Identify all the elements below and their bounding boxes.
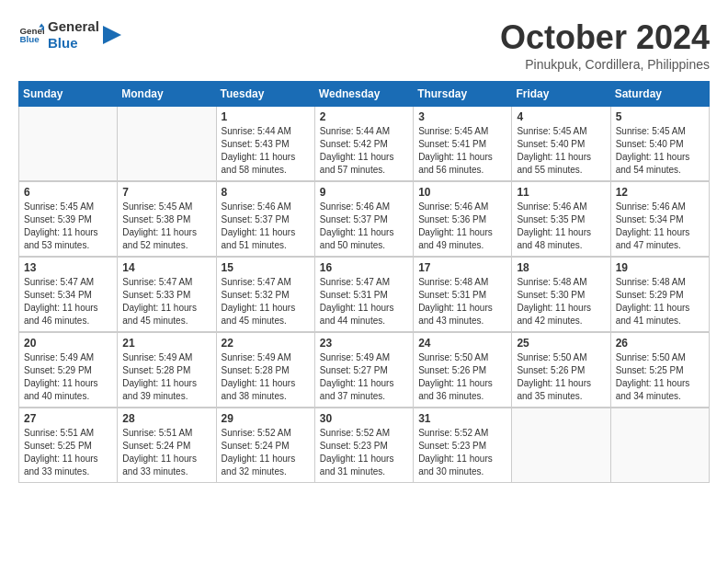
day-info: Sunrise: 5:49 AM Sunset: 5:27 PM Dayligh… <box>320 351 408 403</box>
calendar-cell: 25Sunrise: 5:50 AM Sunset: 5:26 PM Dayli… <box>512 332 610 408</box>
day-info: Sunrise: 5:45 AM Sunset: 5:40 PM Dayligh… <box>517 125 605 177</box>
calendar-cell: 26Sunrise: 5:50 AM Sunset: 5:25 PM Dayli… <box>610 332 709 408</box>
day-number: 7 <box>122 186 210 199</box>
logo-arrow-icon <box>103 26 121 44</box>
calendar-cell: 20Sunrise: 5:49 AM Sunset: 5:29 PM Dayli… <box>19 332 118 408</box>
day-number: 4 <box>517 110 605 123</box>
calendar-cell: 16Sunrise: 5:47 AM Sunset: 5:31 PM Dayli… <box>314 257 413 332</box>
day-number: 30 <box>320 412 408 425</box>
day-info: Sunrise: 5:49 AM Sunset: 5:28 PM Dayligh… <box>122 351 210 403</box>
calendar-cell: 11Sunrise: 5:46 AM Sunset: 5:35 PM Dayli… <box>512 181 610 257</box>
calendar-week-row: 1Sunrise: 5:44 AM Sunset: 5:43 PM Daylig… <box>19 107 710 182</box>
day-info: Sunrise: 5:45 AM Sunset: 5:41 PM Dayligh… <box>418 125 506 177</box>
day-info: Sunrise: 5:46 AM Sunset: 5:36 PM Dayligh… <box>418 201 506 252</box>
day-info: Sunrise: 5:49 AM Sunset: 5:29 PM Dayligh… <box>24 351 112 403</box>
day-info: Sunrise: 5:46 AM Sunset: 5:35 PM Dayligh… <box>517 201 605 252</box>
day-number: 5 <box>616 110 704 123</box>
day-info: Sunrise: 5:47 AM Sunset: 5:32 PM Dayligh… <box>222 276 310 327</box>
calendar-cell: 10Sunrise: 5:46 AM Sunset: 5:36 PM Dayli… <box>414 181 512 257</box>
calendar-week-row: 20Sunrise: 5:49 AM Sunset: 5:29 PM Dayli… <box>19 332 710 408</box>
day-info: Sunrise: 5:45 AM Sunset: 5:39 PM Dayligh… <box>24 201 112 252</box>
calendar-cell <box>512 408 610 483</box>
day-number: 3 <box>418 110 506 123</box>
day-info: Sunrise: 5:48 AM Sunset: 5:30 PM Dayligh… <box>517 276 605 327</box>
calendar-cell: 22Sunrise: 5:49 AM Sunset: 5:28 PM Dayli… <box>216 332 314 408</box>
svg-marker-4 <box>103 26 121 44</box>
day-number: 24 <box>418 337 506 350</box>
day-info: Sunrise: 5:44 AM Sunset: 5:43 PM Dayligh… <box>222 125 310 177</box>
calendar-cell <box>19 107 118 182</box>
day-info: Sunrise: 5:51 AM Sunset: 5:25 PM Dayligh… <box>24 427 112 478</box>
weekday-header: Saturday <box>610 82 709 107</box>
calendar-cell: 13Sunrise: 5:47 AM Sunset: 5:34 PM Dayli… <box>19 257 118 332</box>
calendar-cell: 29Sunrise: 5:52 AM Sunset: 5:24 PM Dayli… <box>216 408 314 483</box>
calendar-table: SundayMondayTuesdayWednesdayThursdayFrid… <box>18 81 710 483</box>
weekday-header: Sunday <box>19 82 118 107</box>
day-number: 18 <box>517 261 605 274</box>
calendar-cell <box>118 107 216 182</box>
day-number: 15 <box>222 261 310 274</box>
logo-text-blue: Blue <box>48 35 99 52</box>
calendar-cell: 19Sunrise: 5:48 AM Sunset: 5:29 PM Dayli… <box>610 257 709 332</box>
calendar-cell: 7Sunrise: 5:45 AM Sunset: 5:38 PM Daylig… <box>118 181 216 257</box>
calendar-cell: 31Sunrise: 5:52 AM Sunset: 5:23 PM Dayli… <box>414 408 512 483</box>
day-number: 25 <box>517 337 605 350</box>
calendar-cell: 14Sunrise: 5:47 AM Sunset: 5:33 PM Dayli… <box>118 257 216 332</box>
day-number: 1 <box>222 110 310 123</box>
day-number: 19 <box>616 261 704 274</box>
svg-text:Blue: Blue <box>19 34 40 44</box>
day-info: Sunrise: 5:52 AM Sunset: 5:23 PM Dayligh… <box>418 427 506 478</box>
page-header: General Blue General Blue October 2024 P… <box>18 18 710 72</box>
day-number: 17 <box>418 261 506 274</box>
calendar-cell: 2Sunrise: 5:44 AM Sunset: 5:42 PM Daylig… <box>314 107 413 182</box>
calendar-cell: 15Sunrise: 5:47 AM Sunset: 5:32 PM Dayli… <box>216 257 314 332</box>
day-number: 20 <box>24 337 112 350</box>
day-info: Sunrise: 5:44 AM Sunset: 5:42 PM Dayligh… <box>320 125 408 177</box>
location-subtitle: Pinukpuk, Cordillera, Philippines <box>500 57 710 72</box>
weekday-header: Monday <box>118 82 216 107</box>
logo-text-general: General <box>48 18 99 35</box>
calendar-cell: 18Sunrise: 5:48 AM Sunset: 5:30 PM Dayli… <box>512 257 610 332</box>
day-info: Sunrise: 5:48 AM Sunset: 5:31 PM Dayligh… <box>418 276 506 327</box>
calendar-week-row: 6Sunrise: 5:45 AM Sunset: 5:39 PM Daylig… <box>19 181 710 257</box>
day-info: Sunrise: 5:50 AM Sunset: 5:26 PM Dayligh… <box>517 351 605 403</box>
month-title: October 2024 <box>500 18 710 57</box>
calendar-cell: 30Sunrise: 5:52 AM Sunset: 5:23 PM Dayli… <box>314 408 413 483</box>
calendar-cell: 28Sunrise: 5:51 AM Sunset: 5:24 PM Dayli… <box>118 408 216 483</box>
calendar-cell: 8Sunrise: 5:46 AM Sunset: 5:37 PM Daylig… <box>216 181 314 257</box>
day-number: 13 <box>24 261 112 274</box>
day-info: Sunrise: 5:46 AM Sunset: 5:34 PM Dayligh… <box>616 201 704 252</box>
calendar-week-row: 13Sunrise: 5:47 AM Sunset: 5:34 PM Dayli… <box>19 257 710 332</box>
day-number: 28 <box>122 412 210 425</box>
day-number: 8 <box>222 186 310 199</box>
calendar-cell: 3Sunrise: 5:45 AM Sunset: 5:41 PM Daylig… <box>414 107 512 182</box>
weekday-header: Wednesday <box>314 82 413 107</box>
calendar-cell: 5Sunrise: 5:45 AM Sunset: 5:40 PM Daylig… <box>610 107 709 182</box>
calendar-cell: 17Sunrise: 5:48 AM Sunset: 5:31 PM Dayli… <box>414 257 512 332</box>
day-info: Sunrise: 5:51 AM Sunset: 5:24 PM Dayligh… <box>122 427 210 478</box>
day-info: Sunrise: 5:46 AM Sunset: 5:37 PM Dayligh… <box>222 201 310 252</box>
calendar-cell: 6Sunrise: 5:45 AM Sunset: 5:39 PM Daylig… <box>19 181 118 257</box>
day-number: 16 <box>320 261 408 274</box>
calendar-cell: 27Sunrise: 5:51 AM Sunset: 5:25 PM Dayli… <box>19 408 118 483</box>
weekday-header: Thursday <box>414 82 512 107</box>
day-info: Sunrise: 5:47 AM Sunset: 5:33 PM Dayligh… <box>122 276 210 327</box>
day-number: 31 <box>418 412 506 425</box>
day-number: 22 <box>222 337 310 350</box>
day-number: 2 <box>320 110 408 123</box>
day-info: Sunrise: 5:50 AM Sunset: 5:25 PM Dayligh… <box>616 351 704 403</box>
day-info: Sunrise: 5:50 AM Sunset: 5:26 PM Dayligh… <box>418 351 506 403</box>
day-info: Sunrise: 5:45 AM Sunset: 5:40 PM Dayligh… <box>616 125 704 177</box>
day-number: 26 <box>616 337 704 350</box>
calendar-cell: 9Sunrise: 5:46 AM Sunset: 5:37 PM Daylig… <box>314 181 413 257</box>
day-number: 23 <box>320 337 408 350</box>
day-number: 10 <box>418 186 506 199</box>
logo-icon: General Blue <box>18 22 44 48</box>
day-number: 9 <box>320 186 408 199</box>
day-info: Sunrise: 5:48 AM Sunset: 5:29 PM Dayligh… <box>616 276 704 327</box>
weekday-header: Friday <box>512 82 610 107</box>
day-number: 14 <box>122 261 210 274</box>
day-info: Sunrise: 5:47 AM Sunset: 5:34 PM Dayligh… <box>24 276 112 327</box>
calendar-cell: 21Sunrise: 5:49 AM Sunset: 5:28 PM Dayli… <box>118 332 216 408</box>
calendar-cell: 12Sunrise: 5:46 AM Sunset: 5:34 PM Dayli… <box>610 181 709 257</box>
